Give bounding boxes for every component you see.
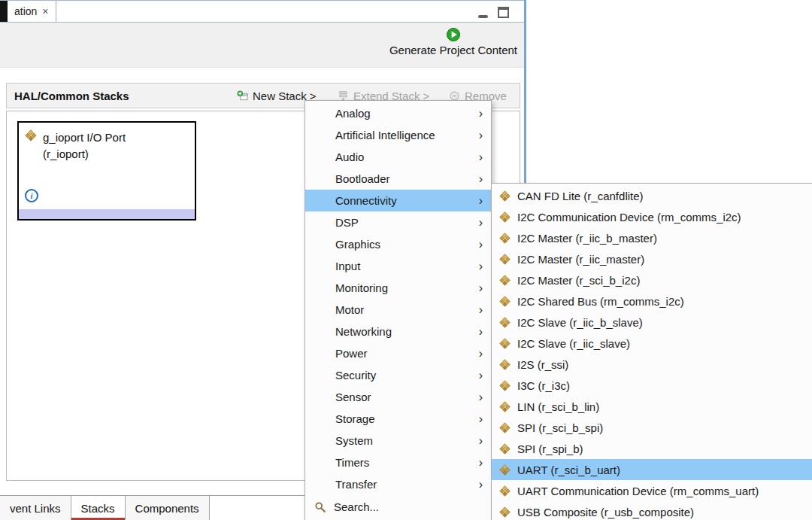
- submenu-item-label: UART Communication Device (rm_comms_uart…: [517, 485, 759, 497]
- menu-item-label: Bootloader: [335, 172, 390, 185]
- menu-item[interactable]: Monitoring ›: [305, 277, 491, 299]
- submenu-arrow-icon: ›: [479, 304, 483, 316]
- submenu-item[interactable]: UART (r_sci_b_uart): [492, 459, 812, 480]
- submenu-item[interactable]: USB Composite (r_usb_composite): [492, 501, 812, 520]
- fsp-configuration-screen: ation × Generate Project Content HAL/Com…: [0, 0, 812, 520]
- submenu-item[interactable]: I2S (r_ssi): [492, 354, 812, 375]
- menu-item[interactable]: Input ›: [305, 255, 491, 277]
- submenu-item-label: I2C Communication Device (rm_comms_i2c): [517, 211, 741, 224]
- menu-item-label: Artificial Intelligence: [335, 129, 435, 141]
- menu-item[interactable]: Storage ›: [305, 408, 491, 430]
- submenu-item[interactable]: CAN FD Lite (r_canfdlite): [492, 185, 812, 206]
- module-icon: [499, 359, 511, 370]
- menu-item[interactable]: System ›: [305, 430, 491, 452]
- module-icon: [499, 464, 511, 476]
- submenu-item[interactable]: LIN (r_sci_b_lin): [492, 396, 812, 417]
- menu-item-label: Power: [335, 347, 368, 360]
- submenu-item[interactable]: I2C Communication Device (rm_comms_i2c): [492, 206, 812, 227]
- maximize-view-button[interactable]: [498, 7, 509, 18]
- module-g-ioport[interactable]: g_ioport I/O Port (r_ioport) i: [17, 121, 196, 220]
- menu-item-label: Transfer: [335, 478, 377, 491]
- submenu-item[interactable]: SPI (r_spi_b): [492, 438, 812, 459]
- generate-project-content-button[interactable]: Generate Project Content: [389, 27, 517, 56]
- editor-tab-strip: ation ×: [0, 0, 526, 23]
- module-driver: (r_ioport): [43, 146, 126, 163]
- submenu-item-label: I2C Master (r_iic_b_master): [517, 232, 657, 245]
- minimize-icon: [478, 15, 488, 18]
- module-status-strip: [19, 209, 195, 219]
- info-icon[interactable]: i: [25, 189, 38, 202]
- submenu-item[interactable]: UART Communication Device (rm_comms_uart…: [492, 480, 812, 501]
- submenu-item-label: LIN (r_sci_b_lin): [517, 400, 599, 413]
- submenu-arrow-icon: ›: [479, 348, 483, 360]
- menu-item-label: Graphics: [335, 238, 380, 251]
- submenu-item[interactable]: I3C (r_i3c): [492, 375, 812, 396]
- module-icon: [499, 338, 511, 349]
- submenu-item[interactable]: I2C Shared Bus (rm_comms_i2c): [492, 290, 812, 312]
- submenu-item[interactable]: I2C Master (r_iic_b_master): [492, 227, 812, 248]
- module-icon: [499, 296, 511, 307]
- new-stack-menu-items: Analog › Artificial Intelligence › Audio…: [305, 102, 491, 495]
- bottom-tab-label: Stacks: [81, 502, 115, 515]
- menu-item[interactable]: Bootloader ›: [305, 168, 491, 190]
- minimize-view-button[interactable]: [478, 6, 488, 18]
- menu-item[interactable]: Graphics ›: [305, 233, 491, 255]
- menu-item[interactable]: Motor ›: [305, 299, 491, 321]
- menu-item[interactable]: Security ›: [305, 364, 491, 386]
- submenu-item-label: CAN FD Lite (r_canfdlite): [517, 190, 644, 202]
- maximize-icon: [498, 7, 509, 18]
- module-icon: [499, 190, 511, 202]
- submenu-arrow-icon: ›: [479, 413, 483, 425]
- menu-item[interactable]: Analog ›: [305, 102, 491, 124]
- tab-label: ation: [14, 5, 37, 17]
- submenu-arrow-icon: ›: [479, 108, 483, 120]
- submenu-item-label: SPI (r_spi_b): [517, 442, 583, 455]
- menu-item-label: Storage: [335, 412, 375, 425]
- module-name: g_ioport I/O Port: [43, 129, 126, 146]
- bottom-tab[interactable]: Components: [126, 496, 210, 520]
- bottom-tab-label: Components: [135, 502, 199, 515]
- submenu-item-label: UART (r_sci_b_uart): [517, 464, 620, 476]
- submenu-item[interactable]: I2C Master (r_iic_master): [492, 248, 812, 269]
- menu-item[interactable]: Sensor ›: [305, 386, 491, 408]
- menu-item[interactable]: DSP ›: [305, 211, 491, 233]
- submenu-arrow-icon: ›: [479, 282, 483, 294]
- menu-item[interactable]: Power ›: [305, 342, 491, 364]
- bottom-tab[interactable]: vent Links: [0, 496, 71, 520]
- submenu-arrow-icon: ›: [479, 260, 483, 272]
- submenu-item[interactable]: I2C Slave (r_iic_slave): [492, 333, 812, 354]
- menu-item[interactable]: Timers ›: [305, 452, 491, 473]
- menu-item[interactable]: Transfer ›: [305, 473, 491, 495]
- module-icon: [499, 254, 511, 265]
- menu-item-label: Timers: [335, 456, 369, 469]
- submenu-item[interactable]: I2C Slave (r_iic_b_slave): [492, 312, 812, 333]
- menu-item-label: Networking: [335, 325, 392, 338]
- submenu-arrow-icon: ›: [479, 195, 483, 207]
- module-icon: [499, 211, 511, 223]
- submenu-arrow-icon: ›: [479, 479, 483, 491]
- menu-item-search[interactable]: Search...: [305, 495, 491, 518]
- submenu-item[interactable]: SPI (r_sci_b_spi): [492, 417, 812, 438]
- submenu-arrow-icon: ›: [479, 457, 483, 469]
- module-icon: [499, 485, 511, 497]
- submenu-item-label: I2C Master (r_sci_b_i2c): [517, 274, 640, 287]
- submenu-arrow-icon: ›: [479, 369, 483, 382]
- menu-item[interactable]: Audio ›: [305, 146, 491, 168]
- bottom-tab[interactable]: Stacks: [71, 496, 126, 520]
- menu-search-label: Search...: [334, 500, 379, 513]
- editor-toolbar: Generate Project Content: [0, 23, 526, 68]
- module-icon: [499, 380, 511, 391]
- close-icon[interactable]: ×: [42, 6, 48, 17]
- module-icon: [499, 275, 511, 286]
- menu-item[interactable]: Networking ›: [305, 321, 491, 342]
- menu-item[interactable]: Connectivity ›: [305, 190, 491, 211]
- menu-item-label: Monitoring: [335, 281, 388, 294]
- menu-item[interactable]: Artificial Intelligence ›: [305, 124, 491, 146]
- menu-item-label: Connectivity: [335, 194, 397, 207]
- search-icon: [314, 501, 326, 513]
- submenu-item-label: I2C Master (r_iic_master): [517, 253, 644, 266]
- submenu-item[interactable]: I2C Master (r_sci_b_i2c): [492, 269, 812, 290]
- tab-fsp-configuration[interactable]: ation ×: [8, 1, 56, 22]
- module-icon: [499, 233, 511, 244]
- submenu-item-label: I2S (r_ssi): [517, 358, 568, 371]
